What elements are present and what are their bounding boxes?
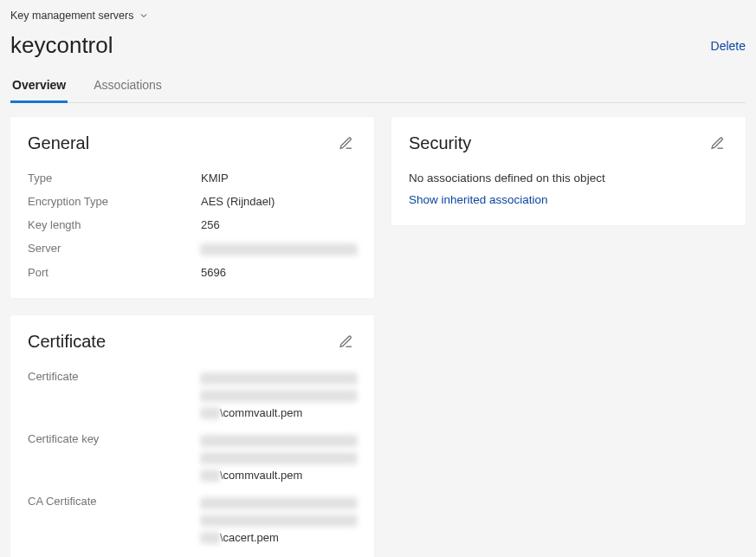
label-cert-key: Certificate key xyxy=(28,432,201,445)
cert-suffix: \commvault.pem xyxy=(220,406,302,419)
edit-general-button[interactable] xyxy=(335,133,357,154)
row-server: Server xyxy=(28,242,357,256)
security-card: Security No associations defined on this… xyxy=(391,117,746,225)
redacted-text xyxy=(201,470,220,482)
value-ca-cert: \cacert.pem xyxy=(201,495,357,547)
label-enc-type: Encryption Type xyxy=(28,195,201,208)
certificate-title: Certificate xyxy=(28,332,106,352)
pencil-icon xyxy=(710,136,725,151)
value-enc-type: AES (Rijndael) xyxy=(201,195,357,208)
edit-security-button[interactable] xyxy=(707,133,728,154)
row-enc-type: Encryption Type AES (Rijndael) xyxy=(28,195,357,208)
edit-certificate-button[interactable] xyxy=(335,331,357,353)
show-inherited-link[interactable]: Show inherited association xyxy=(409,193,728,206)
label-cert: Certificate xyxy=(28,370,201,383)
row-cert: Certificate \commvault.pem xyxy=(28,370,357,422)
value-cert: \commvault.pem xyxy=(201,370,357,422)
redacted-text xyxy=(201,407,220,419)
chevron-down-icon xyxy=(139,10,149,21)
delete-button[interactable]: Delete xyxy=(711,39,746,53)
certificate-card: Certificate Certificate \commvault.pem C… xyxy=(10,315,374,557)
cert-key-suffix: \commvault.pem xyxy=(220,469,302,482)
tab-associations[interactable]: Associations xyxy=(92,78,164,103)
label-key-length: Key length xyxy=(28,218,201,231)
label-type: Type xyxy=(28,172,201,185)
value-port: 5696 xyxy=(201,266,357,279)
general-card: General Type KMIP Encryption Type AES (R… xyxy=(10,117,374,298)
row-cert-key: Certificate key \commvault.pem xyxy=(28,432,357,484)
redacted-text xyxy=(201,452,357,464)
value-cert-key: \commvault.pem xyxy=(201,432,357,484)
security-no-assoc-text: No associations defined on this object xyxy=(409,172,728,185)
row-type: Type KMIP xyxy=(28,172,357,185)
breadcrumb[interactable]: Key management servers xyxy=(10,8,149,23)
row-port: Port 5696 xyxy=(28,266,357,279)
security-title: Security xyxy=(409,133,471,153)
redacted-text xyxy=(201,515,357,527)
label-ca-cert: CA Certificate xyxy=(28,495,201,508)
tabs: Overview Associations xyxy=(10,78,746,103)
value-server xyxy=(201,242,357,256)
value-key-length: 256 xyxy=(201,218,357,231)
redacted-text xyxy=(201,497,357,509)
general-title: General xyxy=(28,133,89,153)
redacted-text xyxy=(201,243,357,256)
tab-overview[interactable]: Overview xyxy=(10,78,68,103)
redacted-text xyxy=(201,435,357,447)
row-ca-cert: CA Certificate \cacert.pem xyxy=(28,495,357,547)
pencil-icon xyxy=(339,334,353,349)
redacted-text xyxy=(201,532,220,544)
redacted-text xyxy=(201,372,357,385)
label-server: Server xyxy=(28,242,201,255)
row-key-length: Key length 256 xyxy=(28,218,357,231)
breadcrumb-label: Key management servers xyxy=(10,10,133,22)
value-type: KMIP xyxy=(201,172,357,185)
ca-cert-suffix: \cacert.pem xyxy=(220,531,279,544)
label-port: Port xyxy=(28,266,201,279)
page-title: keycontrol xyxy=(10,32,113,59)
redacted-text xyxy=(201,390,357,402)
pencil-icon xyxy=(339,136,353,151)
